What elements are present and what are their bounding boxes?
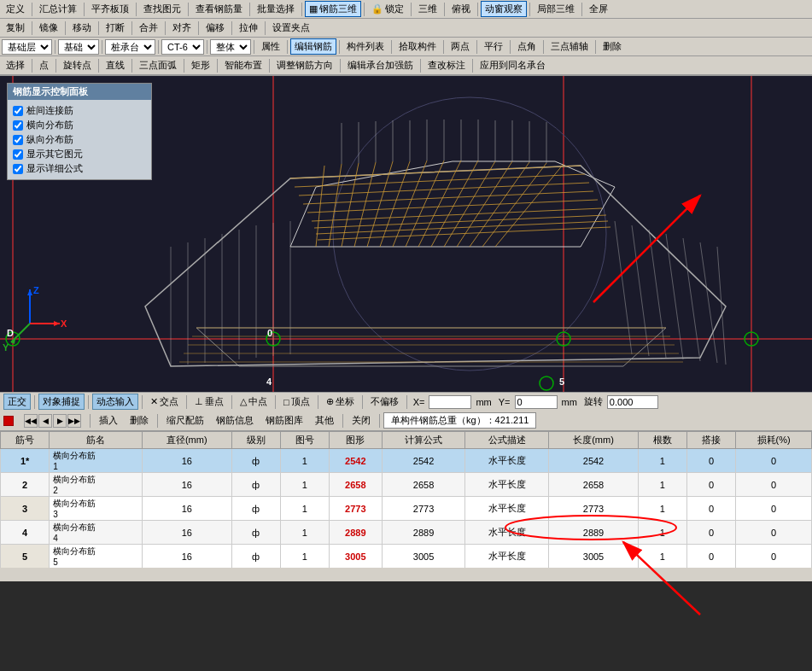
btn-point-angle[interactable]: 点角	[513, 38, 540, 55]
td-shape[interactable]: 2889	[329, 521, 382, 545]
btn-view-rebar[interactable]: 查看钢筋量	[191, 1, 247, 17]
td-length[interactable]: 2889	[549, 521, 639, 545]
btn-pick-component[interactable]: 拾取构件	[394, 38, 441, 55]
cb-show-others[interactable]: 显示其它图元	[13, 147, 146, 161]
btn-scale-rebar[interactable]: 缩尺配筋	[161, 412, 209, 429]
td-shape[interactable]: 2542	[329, 449, 382, 473]
td-grade[interactable]: ф	[231, 521, 280, 545]
btn-three-point[interactable]: 三点辅轴	[546, 38, 593, 55]
btn-check-mark[interactable]: 查改标注	[424, 57, 470, 73]
td-desc[interactable]: 水平长度	[465, 521, 549, 545]
status-midpoint[interactable]: △ 中点	[236, 394, 272, 410]
td-grade[interactable]: ф	[231, 449, 280, 473]
td-count[interactable]: 1	[638, 449, 686, 473]
cb-pile-connection-input[interactable]	[13, 106, 23, 116]
table-row[interactable]: 1*横向分布筋116ф125422542水平长度2542100	[1, 449, 812, 473]
btn-grip[interactable]: 设置夹点	[268, 20, 314, 36]
btn-rebar-info[interactable]: 钢筋信息	[211, 412, 259, 429]
td-count[interactable]: 1	[638, 521, 686, 545]
td-desc[interactable]: 水平长度	[465, 545, 549, 569]
btn-smart-layout[interactable]: 智能布置	[220, 57, 266, 73]
table-row[interactable]: 4横向分布筋416ф128892889水平长度2889100	[1, 521, 812, 545]
td-formula[interactable]: 2773	[382, 497, 465, 521]
td-formula[interactable]: 3005	[382, 545, 465, 569]
table-row[interactable]: 5横向分布筋516ф130053005水平长度3005100	[1, 545, 812, 569]
cb-show-others-input[interactable]	[13, 149, 23, 160]
btn-close[interactable]: 关闭	[347, 412, 376, 429]
td-diameter[interactable]: 16	[143, 497, 232, 521]
status-vertex[interactable]: □ 顶点	[279, 394, 314, 410]
td-fignum[interactable]: 1	[280, 545, 329, 569]
cb-show-formula[interactable]: 显示详细公式	[13, 161, 146, 176]
td-diameter[interactable]: 16	[143, 449, 232, 473]
nav-first[interactable]: ◀◀	[24, 414, 38, 428]
btn-flush[interactable]: 平齐板顶	[87, 1, 133, 17]
btn-move[interactable]: 移动	[68, 20, 96, 36]
td-count[interactable]: 1	[638, 497, 686, 521]
x-input[interactable]	[429, 395, 471, 409]
cb-horizontal-dist-input[interactable]	[13, 120, 23, 131]
btn-local-3d[interactable]: 局部三维	[533, 1, 579, 17]
btn-align[interactable]: 对齐	[168, 20, 196, 36]
btn-define[interactable]: 定义	[2, 1, 29, 17]
btn-lock[interactable]: 🔒 锁定	[367, 1, 408, 17]
td-row-num[interactable]: 2	[1, 473, 50, 497]
td-desc[interactable]: 水平长度	[465, 473, 549, 497]
btn-rebar-library[interactable]: 钢筋图库	[260, 412, 308, 429]
btn-rect[interactable]: 矩形	[187, 57, 214, 73]
btn-two-point[interactable]: 两点	[447, 38, 474, 55]
btn-find[interactable]: 查找图元	[139, 1, 185, 17]
status-dynamic-input[interactable]: 动态输入	[92, 394, 138, 410]
td-fignum[interactable]: 1	[280, 497, 329, 521]
pile-cap-select[interactable]: 桩承台	[105, 39, 155, 55]
td-desc[interactable]: 水平长度	[465, 497, 549, 521]
td-rebar-name[interactable]: 横向分布筋4	[50, 521, 143, 545]
nav-next[interactable]: ▶	[53, 414, 67, 428]
btn-calc[interactable]: 汇总计算	[35, 1, 81, 17]
btn-fullscreen[interactable]: 全屏	[585, 1, 612, 17]
cb-show-formula-input[interactable]	[13, 164, 23, 174]
btn-offset[interactable]: 偏移	[202, 20, 229, 36]
cb-horizontal-dist[interactable]: 横向分布筋	[13, 118, 146, 132]
table-row[interactable]: 3横向分布筋316ф127732773水平长度2773100	[1, 497, 812, 521]
td-rebar-name[interactable]: 横向分布筋2	[50, 473, 143, 497]
td-length[interactable]: 2542	[549, 449, 639, 473]
btn-top-view[interactable]: 俯视	[447, 1, 475, 17]
td-row-num[interactable]: 3	[1, 497, 50, 521]
btn-3d[interactable]: 三维	[414, 1, 441, 17]
td-length[interactable]: 3005	[549, 545, 639, 569]
btn-three-arc[interactable]: 三点面弧	[135, 57, 181, 73]
btn-edit-rebar[interactable]: 编辑钢筋	[290, 38, 336, 55]
td-diameter[interactable]: 16	[143, 545, 232, 569]
table-row[interactable]: 2横向分布筋216ф126582658水平长度2658100	[1, 473, 812, 497]
cb-vertical-dist[interactable]: 纵向分布筋	[13, 132, 146, 147]
cb-vertical-dist-input[interactable]	[13, 135, 23, 145]
td-lap[interactable]: 0	[686, 449, 735, 473]
td-loss[interactable]: 0	[736, 497, 812, 521]
td-rebar-name[interactable]: 横向分布筋5	[50, 545, 143, 569]
btn-point[interactable]: 点	[35, 57, 53, 73]
td-diameter[interactable]: 16	[143, 473, 232, 497]
td-lap[interactable]: 0	[686, 473, 735, 497]
td-row-num[interactable]: 1*	[1, 449, 50, 473]
td-fignum[interactable]: 1	[280, 449, 329, 473]
td-shape[interactable]: 3005	[329, 545, 382, 569]
btn-other[interactable]: 其他	[310, 412, 339, 429]
td-lap[interactable]: 0	[686, 521, 735, 545]
btn-break[interactable]: 打断	[102, 20, 129, 36]
btn-select[interactable]: 选择	[2, 57, 29, 73]
status-snap[interactable]: 对象捕捉	[38, 394, 85, 410]
td-loss[interactable]: 0	[736, 449, 812, 473]
btn-adjust-dir[interactable]: 调整钢筋方向	[272, 57, 337, 73]
td-diameter[interactable]: 16	[143, 521, 232, 545]
td-grade[interactable]: ф	[231, 473, 280, 497]
td-loss[interactable]: 0	[736, 473, 812, 497]
cap-id-select[interactable]: CT-6	[161, 39, 204, 55]
btn-rotate-point[interactable]: 旋转点	[59, 57, 96, 73]
3d-viewport[interactable]: 钢筋显示控制面板 桩间连接筋 横向分布筋 纵向分布筋 显示其它图元 显示详细公式	[0, 76, 812, 392]
td-row-num[interactable]: 5	[1, 545, 50, 569]
btn-stretch[interactable]: 拉伸	[235, 20, 262, 36]
foundation-select[interactable]: 基础	[58, 39, 99, 55]
td-rebar-name[interactable]: 横向分布筋1	[50, 449, 143, 473]
td-grade[interactable]: ф	[231, 545, 280, 569]
